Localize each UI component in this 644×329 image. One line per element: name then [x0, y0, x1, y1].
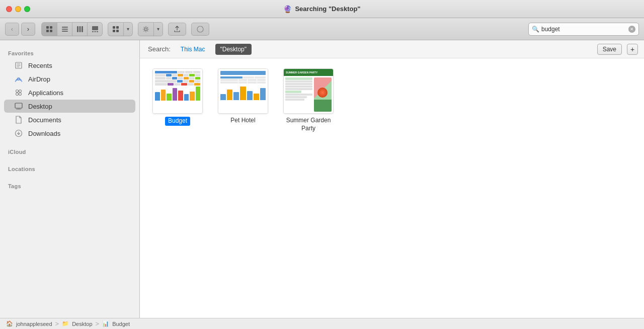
sidebar-item-documents[interactable]: Documents [4, 113, 135, 126]
minimize-button[interactable] [15, 6, 21, 12]
sidebar-item-desktop[interactable]: Desktop [4, 100, 135, 113]
file-thumbnail-pet-hotel [218, 68, 268, 114]
tags-label: Tags [0, 177, 139, 191]
svg-rect-8 [79, 26, 80, 32]
sidebar-item-downloads[interactable]: Downloads [4, 127, 135, 140]
svg-point-24 [16, 93, 19, 96]
search-input[interactable] [541, 26, 626, 33]
window-title: Searching "Desktop" [295, 5, 360, 13]
svg-rect-16 [113, 30, 115, 32]
gear-button[interactable] [138, 23, 153, 36]
downloads-label: Downloads [28, 130, 60, 137]
gear-icon [142, 26, 149, 33]
search-clear-button[interactable]: ✕ [628, 26, 635, 33]
breadcrumb-sep-2: > [96, 320, 100, 327]
svg-rect-12 [94, 31, 96, 32]
title-bar: 🔮 Searching "Desktop" [0, 0, 644, 18]
svg-point-23 [19, 90, 22, 93]
svg-rect-11 [92, 31, 94, 32]
svg-rect-9 [82, 26, 83, 32]
file-thumbnail-summer-garden-party: SUMMER GARDEN PARTY [283, 68, 334, 114]
column-icon [76, 26, 84, 33]
save-search-button[interactable]: Save [597, 44, 622, 55]
this-mac-button[interactable]: This Mac [176, 44, 210, 55]
forward-button[interactable]: › [21, 23, 35, 36]
column-view-button[interactable] [72, 23, 87, 36]
svg-rect-7 [77, 26, 78, 32]
view-buttons [41, 22, 103, 36]
svg-rect-17 [116, 30, 119, 32]
documents-label: Documents [28, 116, 61, 124]
view-options-dropdown[interactable]: ▾ [123, 23, 132, 36]
breadcrumb-sep-1: > [55, 320, 59, 327]
downloads-icon [14, 129, 23, 138]
list-view-button[interactable] [57, 23, 72, 36]
icon-view-button[interactable] [42, 23, 57, 36]
window-title-icon: 🔮 [283, 5, 292, 13]
svg-point-22 [16, 90, 19, 93]
search-bar: 🔍 ✕ [528, 23, 639, 36]
applications-label: Applications [28, 89, 63, 97]
favorites-label: Favorites [0, 44, 139, 58]
file-item-summer-garden-party[interactable]: SUMMER GARDEN PARTY [281, 68, 336, 132]
sidebar-item-applications[interactable]: Applications [4, 86, 135, 99]
svg-rect-2 [46, 30, 49, 32]
search-label: Search: [148, 45, 171, 53]
desktop-label: Desktop [28, 103, 52, 110]
svg-point-25 [19, 93, 22, 96]
close-button[interactable] [6, 6, 12, 12]
desktop-scope-button[interactable]: "Desktop" [215, 44, 252, 55]
action-group: ▾ [138, 22, 163, 36]
view-options-group: ▾ [108, 22, 133, 36]
svg-rect-19 [197, 26, 203, 32]
toolbar: ‹ › [0, 18, 644, 40]
tag-icon [197, 26, 204, 33]
view-options-button[interactable] [108, 23, 123, 36]
svg-rect-5 [62, 29, 68, 30]
svg-rect-14 [113, 26, 115, 29]
gallery-view-button[interactable] [87, 23, 102, 36]
recents-icon [14, 61, 23, 70]
nav-buttons: ‹ › [5, 23, 35, 36]
file-thumbnail-budget [152, 68, 203, 114]
tag-button[interactable] [191, 23, 209, 36]
list-icon [61, 26, 68, 33]
file-name-pet-hotel: Pet Hotel [230, 117, 255, 125]
chevron-left-icon: ‹ [11, 25, 13, 33]
file-icon: 📊 [102, 320, 109, 327]
status-bar: 🏠 johnappleseed > 📁 Desktop > 📊 Budget [0, 318, 644, 329]
svg-rect-6 [62, 31, 68, 32]
svg-rect-1 [50, 26, 52, 29]
recents-label: Recents [28, 62, 52, 69]
locations-label: Locations [0, 160, 139, 174]
svg-rect-10 [92, 26, 98, 30]
window-title-area: 🔮 Searching "Desktop" [283, 5, 360, 13]
garden-thumb-header: SUMMER GARDEN PARTY [284, 69, 333, 76]
file-name-budget: Budget [165, 117, 190, 126]
gear-dropdown-button[interactable]: ▾ [153, 23, 163, 36]
icloud-label: iCloud [0, 143, 139, 157]
traffic-lights [6, 6, 30, 12]
svg-rect-13 [97, 31, 98, 32]
svg-rect-3 [50, 30, 52, 32]
content-area: Search: This Mac "Desktop" Save + [140, 40, 644, 318]
desktop-icon [14, 102, 23, 111]
sidebar-item-airdrop[interactable]: AirDrop [4, 72, 135, 86]
file-grid: Budget [140, 58, 644, 318]
search-scope-bar: Search: This Mac "Desktop" Save + [140, 40, 644, 58]
sidebar-item-recents[interactable]: Recents [4, 59, 135, 72]
maximize-button[interactable] [24, 6, 30, 12]
file-item-budget[interactable]: Budget [150, 68, 205, 132]
airdrop-label: AirDrop [28, 75, 50, 83]
home-name: johnappleseed [16, 321, 52, 327]
file-item-pet-hotel[interactable]: Pet Hotel [215, 68, 271, 132]
back-button[interactable]: ‹ [5, 23, 19, 36]
airdrop-icon [14, 74, 23, 84]
share-button[interactable] [168, 23, 186, 36]
folder-icon: 📁 [62, 320, 69, 327]
chevron-right-icon: › [27, 25, 29, 33]
add-criteria-button[interactable]: + [627, 44, 638, 55]
search-icon: 🔍 [532, 26, 539, 33]
grid-icon [46, 26, 53, 33]
svg-rect-26 [15, 103, 22, 108]
